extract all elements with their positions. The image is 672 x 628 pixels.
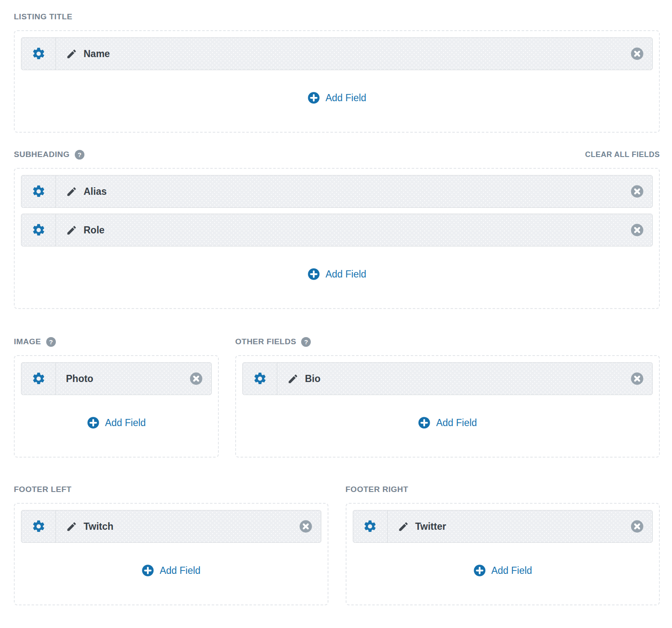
add-field-label: Add Field: [326, 92, 366, 104]
pencil-icon: [66, 521, 77, 532]
x-circle-icon: [299, 520, 312, 533]
remove-field-button[interactable]: [630, 47, 644, 60]
other-fields-dropzone: Bio Add Field: [235, 355, 660, 458]
field-label: Photo: [66, 373, 93, 385]
section-header-footer-left: FOOTER LEFT: [14, 484, 328, 495]
remove-field-button[interactable]: [630, 520, 644, 533]
image-dropzone: Photo Add Field: [14, 355, 219, 458]
add-field-area: Add Field: [353, 543, 653, 598]
add-field-label: Add Field: [160, 565, 200, 576]
plus-circle-icon: [418, 416, 430, 429]
gear-icon: [32, 223, 46, 237]
add-field-area: Add Field: [21, 543, 321, 598]
field-row-twitch[interactable]: Twitch: [21, 510, 321, 543]
remove-field-button[interactable]: [630, 185, 644, 198]
field-label: Twitch: [84, 521, 113, 532]
field-main: Alias: [56, 175, 630, 207]
field-label: Bio: [305, 373, 320, 385]
field-row-name[interactable]: Name: [21, 37, 653, 70]
footer-right-dropzone: Twitter Add Field: [346, 503, 660, 605]
plus-circle-icon: [307, 92, 320, 104]
section-header-listing-title: LISTING TITLE: [14, 12, 660, 22]
section-title-footer-left: FOOTER LEFT: [14, 485, 71, 494]
add-field-label: Add Field: [326, 269, 366, 280]
field-main: Twitch: [56, 510, 299, 542]
listing-title-dropzone: Name Add Field: [14, 30, 660, 133]
field-settings-button[interactable]: [21, 363, 56, 395]
gear-icon: [32, 372, 46, 386]
add-field-button[interactable]: Add Field: [307, 268, 366, 280]
add-field-area: Add Field: [21, 246, 653, 302]
add-field-label: Add Field: [436, 417, 477, 429]
field-settings-button[interactable]: [353, 510, 388, 542]
x-circle-icon: [630, 223, 644, 237]
add-field-button[interactable]: Add Field: [87, 416, 146, 429]
field-row-twitter[interactable]: Twitter: [353, 510, 653, 543]
question-circle-icon[interactable]: ?: [75, 150, 84, 160]
image-and-other-fields-row: IMAGE ? Photo: [14, 337, 660, 458]
section-header-other-fields: OTHER FIELDS ?: [235, 337, 660, 347]
field-settings-button[interactable]: [21, 38, 56, 70]
add-field-button[interactable]: Add Field: [418, 416, 477, 429]
add-field-area: Add Field: [21, 395, 212, 450]
field-settings-button[interactable]: [21, 175, 56, 207]
field-main: Role: [56, 214, 630, 246]
remove-field-button[interactable]: [630, 223, 644, 237]
field-row-role[interactable]: Role: [21, 214, 653, 246]
field-label: Alias: [84, 186, 107, 197]
field-settings-button[interactable]: [243, 363, 277, 395]
gear-icon: [32, 47, 46, 61]
question-circle-icon[interactable]: ?: [301, 337, 311, 347]
field-row-photo[interactable]: Photo: [21, 362, 212, 395]
add-field-button[interactable]: Add Field: [473, 564, 532, 577]
footer-left-dropzone: Twitch Add Field: [14, 503, 328, 605]
field-mapping-page: LISTING TITLE Name: [14, 12, 660, 605]
field-row-alias[interactable]: Alias: [21, 175, 653, 208]
section-header-footer-right: FOOTER RIGHT: [346, 484, 660, 495]
subheading-dropzone: Alias Role: [14, 168, 660, 309]
gear-icon: [32, 184, 46, 199]
remove-field-button[interactable]: [189, 372, 203, 385]
pencil-icon: [66, 186, 77, 197]
gear-icon: [32, 519, 46, 534]
plus-circle-icon: [473, 564, 486, 577]
section-title-subheading: SUBHEADING: [14, 150, 70, 159]
x-circle-icon: [630, 372, 644, 385]
section-header-image: IMAGE ?: [14, 337, 219, 347]
plus-circle-icon: [142, 564, 154, 577]
section-footer-right: FOOTER RIGHT Twitter: [346, 484, 660, 605]
x-circle-icon: [189, 372, 203, 385]
field-main: Bio: [277, 363, 630, 395]
remove-field-button[interactable]: [299, 520, 312, 533]
remove-field-button[interactable]: [630, 372, 644, 385]
add-field-button[interactable]: Add Field: [142, 564, 200, 577]
section-header-subheading: SUBHEADING ? CLEAR ALL FIELDS: [14, 149, 660, 160]
question-circle-icon[interactable]: ?: [46, 337, 56, 347]
add-field-area: Add Field: [242, 395, 653, 450]
pencil-icon: [398, 521, 409, 532]
section-listing-title: LISTING TITLE Name: [14, 12, 660, 133]
add-field-label: Add Field: [491, 565, 532, 576]
field-main: Name: [56, 38, 630, 70]
section-footer-left: FOOTER LEFT Twitch: [14, 484, 328, 605]
gear-icon: [253, 372, 267, 386]
section-title-other-fields: OTHER FIELDS: [235, 337, 296, 346]
section-title-footer-right: FOOTER RIGHT: [346, 485, 409, 494]
field-settings-button[interactable]: [21, 510, 56, 542]
field-settings-button[interactable]: [21, 214, 56, 246]
add-field-button[interactable]: Add Field: [307, 92, 366, 104]
field-label: Name: [84, 48, 110, 60]
section-title-image: IMAGE: [14, 337, 41, 346]
field-row-bio[interactable]: Bio: [242, 362, 653, 395]
add-field-label: Add Field: [105, 417, 146, 429]
footer-row: FOOTER LEFT Twitch: [14, 484, 660, 605]
section-title-listing-title: LISTING TITLE: [14, 12, 73, 21]
field-main: Photo: [56, 363, 189, 395]
plus-circle-icon: [87, 416, 100, 429]
pencil-icon: [287, 373, 299, 385]
field-main: Twitter: [388, 510, 631, 542]
clear-all-fields-button[interactable]: CLEAR ALL FIELDS: [585, 150, 660, 159]
gear-icon: [363, 519, 377, 534]
field-label: Role: [84, 225, 105, 236]
field-label: Twitter: [415, 521, 446, 532]
